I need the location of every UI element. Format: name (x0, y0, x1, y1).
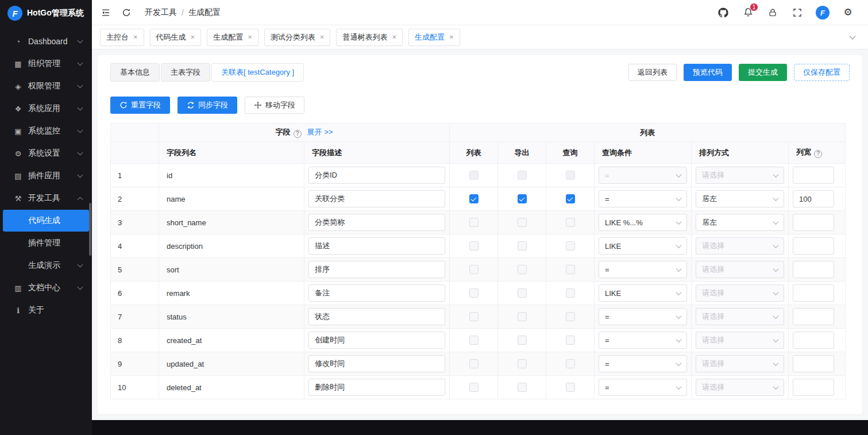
github-icon[interactable] (717, 6, 730, 20)
column-width-input[interactable] (793, 167, 834, 184)
close-icon[interactable] (191, 33, 195, 41)
column-width-input[interactable] (793, 214, 834, 231)
query-condition-select[interactable]: = (599, 308, 687, 325)
query-checkbox[interactable] (566, 359, 575, 368)
sidebar-subitem[interactable]: 生成演示 (3, 255, 89, 276)
query-checkbox[interactable] (566, 383, 575, 392)
action-button[interactable]: 提交生成 (739, 64, 787, 81)
query-checkbox[interactable] (566, 336, 575, 345)
list-checkbox[interactable] (469, 312, 479, 321)
list-checkbox[interactable] (469, 218, 479, 227)
query-checkbox[interactable] (566, 194, 575, 203)
column-width-input[interactable] (793, 379, 834, 396)
align-select[interactable]: 居左 (696, 190, 784, 207)
field-desc-input[interactable] (308, 308, 445, 325)
column-width-input[interactable] (793, 355, 834, 372)
list-checkbox[interactable] (469, 336, 479, 345)
close-icon[interactable] (449, 33, 454, 41)
menu-collapse-icon[interactable] (100, 7, 111, 18)
sidebar-item[interactable]: ⚒开发工具 (3, 187, 89, 209)
breadcrumb-item[interactable]: 生成配置 (188, 7, 221, 18)
field-desc-input[interactable] (308, 167, 445, 184)
column-width-input[interactable] (793, 190, 834, 207)
field-action-button[interactable]: 同步字段 (178, 97, 237, 114)
sidebar-item[interactable]: ▦组织管理 (3, 53, 89, 75)
export-checkbox[interactable] (518, 359, 527, 368)
page-tab[interactable]: 生成配置 (408, 29, 460, 46)
list-checkbox[interactable] (469, 171, 479, 180)
export-checkbox[interactable] (518, 218, 527, 227)
align-select[interactable]: 居左 (696, 214, 784, 231)
page-tab[interactable]: 生成配置 (207, 29, 259, 46)
gear-icon[interactable]: ⚙ (842, 6, 854, 20)
align-select[interactable]: 请选择 (696, 355, 784, 372)
export-checkbox[interactable] (518, 265, 527, 274)
field-desc-input[interactable] (308, 379, 445, 396)
align-select[interactable]: 请选择 (696, 379, 784, 396)
avatar[interactable] (816, 6, 830, 20)
query-checkbox[interactable] (566, 312, 575, 321)
breadcrumb-item[interactable]: 开发工具 (145, 7, 177, 18)
list-checkbox[interactable] (469, 359, 479, 368)
refresh-icon[interactable] (121, 7, 132, 18)
query-condition-select[interactable]: = (599, 355, 687, 372)
align-select[interactable]: 请选择 (696, 167, 784, 184)
page-tab[interactable]: 普通树表列表 (336, 29, 403, 46)
close-icon[interactable] (133, 33, 138, 41)
lock-icon[interactable] (766, 6, 779, 20)
list-checkbox[interactable] (469, 194, 479, 203)
query-condition-select[interactable]: = (599, 332, 687, 349)
column-width-input[interactable] (793, 308, 834, 325)
action-button[interactable]: 预览代码 (684, 64, 732, 81)
export-checkbox[interactable] (518, 312, 527, 321)
page-tab[interactable]: 代码生成 (150, 29, 202, 46)
field-action-button[interactable]: 重置字段 (110, 97, 170, 114)
config-tab[interactable]: 关联表[ testCategory ] (211, 63, 304, 82)
sidebar-item[interactable]: ▥文档中心 (3, 277, 89, 299)
query-condition-select[interactable]: LIKE (599, 237, 687, 255)
query-condition-select[interactable]: = (599, 379, 687, 396)
tabs-menu-button[interactable] (845, 30, 860, 45)
column-width-input[interactable] (793, 261, 834, 278)
field-desc-input[interactable] (308, 214, 445, 231)
config-tab[interactable]: 主表字段 (161, 63, 210, 82)
align-select[interactable]: 请选择 (696, 284, 784, 302)
page-tab[interactable]: 测试分类列表 (264, 29, 331, 46)
sidebar-item[interactable]: ⚙系统设置 (3, 143, 89, 164)
query-condition-select[interactable]: = (599, 167, 687, 184)
export-checkbox[interactable] (518, 194, 527, 203)
action-button[interactable]: 仅保存配置 (794, 64, 850, 81)
query-checkbox[interactable] (566, 288, 575, 298)
sidebar-item[interactable]: ❖系统应用 (3, 98, 89, 120)
column-width-input[interactable] (793, 332, 834, 349)
sidebar-scrollbar[interactable] (89, 203, 91, 256)
export-checkbox[interactable] (518, 241, 527, 251)
expand-link[interactable]: 展开 >> (307, 128, 333, 136)
query-checkbox[interactable] (566, 241, 575, 251)
list-checkbox[interactable] (469, 288, 479, 298)
export-checkbox[interactable] (518, 336, 527, 345)
page-tab[interactable]: 主控台 (100, 29, 144, 46)
field-desc-input[interactable] (308, 332, 445, 349)
query-condition-select[interactable]: LIKE %...% (599, 214, 687, 231)
sidebar-subitem[interactable]: 代码生成 (3, 210, 89, 232)
fullscreen-icon[interactable] (791, 6, 804, 20)
align-select[interactable]: 请选择 (696, 261, 784, 278)
field-desc-input[interactable] (308, 355, 445, 372)
action-button[interactable]: 返回列表 (628, 64, 677, 81)
list-checkbox[interactable] (469, 265, 479, 274)
query-condition-select[interactable]: = (599, 261, 687, 278)
close-icon[interactable] (248, 33, 252, 41)
query-condition-select[interactable]: LIKE (599, 284, 687, 302)
config-tab[interactable]: 基本信息 (110, 63, 160, 82)
field-desc-input[interactable] (308, 284, 445, 302)
query-checkbox[interactable] (566, 171, 575, 180)
sidebar-subitem[interactable]: 插件管理 (3, 232, 89, 254)
sidebar-item[interactable]: ◔Dashboard (3, 30, 89, 52)
sidebar-item[interactable]: ℹ关于 (3, 299, 89, 321)
field-desc-input[interactable] (308, 237, 445, 255)
sidebar-item[interactable]: ◈权限管理 (3, 75, 89, 97)
close-icon[interactable] (392, 33, 396, 41)
align-select[interactable]: 请选择 (696, 332, 784, 349)
field-desc-input[interactable] (308, 190, 445, 207)
